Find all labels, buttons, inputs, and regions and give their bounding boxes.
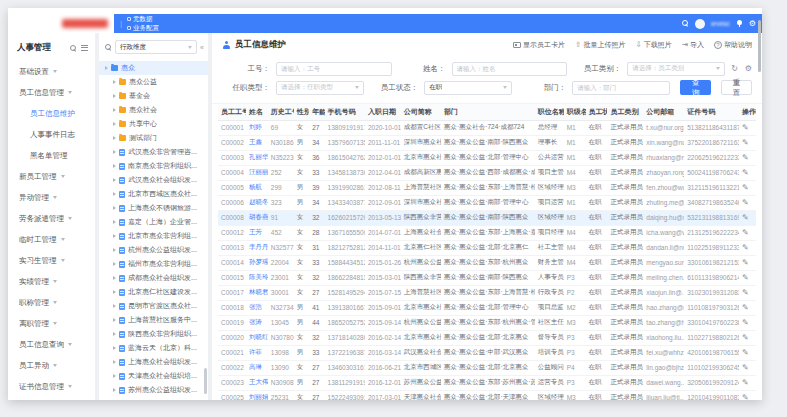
tree-expand-icon[interactable] xyxy=(113,318,116,322)
edit-icon[interactable]: ✎ xyxy=(742,303,749,312)
employee-name-link[interactable]: 王鑫 xyxy=(246,135,268,150)
edit-icon[interactable]: ✎ xyxy=(742,348,749,357)
employee-name-link[interactable]: 陈美玲 xyxy=(246,270,268,285)
table-row[interactable]: C00006 赵晓冬 323 男 34 13433403871 2012-09-… xyxy=(218,195,756,210)
tree-expand-icon[interactable] xyxy=(105,66,108,70)
tree-collapse-icon[interactable]: « xyxy=(200,44,204,51)
edit-icon[interactable]: ✎ xyxy=(742,288,749,297)
tree-expand-icon[interactable] xyxy=(113,178,116,182)
table-row[interactable]: C00025 刘丽娟 25231 女 27 15222493091 2017-0… xyxy=(218,390,756,400)
employee-name-link[interactable]: 赵晓冬 xyxy=(246,195,268,210)
tree-node[interactable]: 上海惠众社会组织发... xyxy=(99,355,208,369)
sidebar-search-icon[interactable] xyxy=(70,45,77,52)
edit-icon[interactable]: ✎ xyxy=(742,393,749,400)
tree-node[interactable]: 基金会 xyxy=(99,89,208,103)
edit-icon[interactable]: ✎ xyxy=(742,363,749,372)
tree-expand-icon[interactable] xyxy=(113,304,116,308)
sidebar-menu-item[interactable]: 新员工管理 xyxy=(8,166,95,187)
tree-node[interactable]: 嘉定（上海）企业管... xyxy=(99,215,208,229)
table-row[interactable]: C00008 胡春燕 91 女 32 16260215720 2013-05-1… xyxy=(218,210,756,225)
edit-icon[interactable]: ✎ xyxy=(742,243,749,252)
tree-expand-icon[interactable] xyxy=(113,150,116,154)
tree-expand-icon[interactable] xyxy=(113,248,116,252)
tree-node[interactable]: 上海惠众不锈钢旅游... xyxy=(99,201,208,215)
reset-button[interactable]: 重置 xyxy=(721,80,752,95)
employee-name-link[interactable]: 刘丽娟 xyxy=(246,390,268,400)
table-row[interactable]: C00020 刘晓红 N30780 女 32 13718140280 2016-… xyxy=(218,330,756,345)
tree-node[interactable]: 苏州惠众公益组织发... xyxy=(99,383,208,397)
table-row[interactable]: C00001 刘婷 69 女 27 13809191917 2020-10-01… xyxy=(218,120,756,135)
table-row[interactable]: C00004 汪丽丽 252 女 33 13458138730 2012-04-… xyxy=(218,165,756,180)
edit-icon[interactable]: ✎ xyxy=(742,318,749,327)
tree-expand-icon[interactable] xyxy=(113,360,116,364)
tree-dimension-select[interactable]: 行政维度 xyxy=(115,40,197,54)
edit-icon[interactable]: ✎ xyxy=(742,213,749,222)
name-input[interactable] xyxy=(452,62,568,76)
table-row[interactable]: C00003 孔丽华 N35223 女 36 18615042762 2012-… xyxy=(218,150,756,165)
edit-icon[interactable]: ✎ xyxy=(742,138,749,147)
employee-name-link[interactable]: 王芳 xyxy=(246,225,268,240)
table-row[interactable]: C00022 高琳 13090 女 27 13460303161 2016-06… xyxy=(218,360,756,375)
tree-scrollbar[interactable] xyxy=(204,368,207,394)
sidebar-menu-item[interactable]: 临时工管理 xyxy=(8,229,95,250)
tree-node[interactable]: 测试部门 xyxy=(99,131,208,145)
tree-expand-icon[interactable] xyxy=(113,122,116,126)
tree-expand-icon[interactable] xyxy=(113,388,116,392)
tree-node[interactable]: 共享中心 xyxy=(99,117,208,131)
sidebar-menu-item[interactable]: 实习生管理 xyxy=(8,250,95,271)
sidebar-menu-item[interactable]: 人事事件日志 xyxy=(8,124,95,145)
nav-item[interactable]: 元数据 xyxy=(127,15,159,24)
edit-icon[interactable]: ✎ xyxy=(742,168,749,177)
tree-node[interactable]: 武汉惠众非营管理咨... xyxy=(99,145,208,159)
status-select[interactable]: 在职 xyxy=(424,81,512,95)
sidebar-collapse-icon[interactable] xyxy=(81,45,88,51)
tree-node[interactable]: 北京市惠众非营利组... xyxy=(99,229,208,243)
batch-upload-photo-link[interactable]: ⇧批量上传照片 xyxy=(575,40,625,50)
table-row[interactable]: C00012 王芳 452 女 28 13671655500 2014-07-0… xyxy=(218,225,756,240)
bell-icon[interactable] xyxy=(736,20,743,27)
tree-expand-icon[interactable] xyxy=(113,94,116,98)
gear-icon[interactable]: ⚙ xyxy=(749,20,756,28)
tree-node[interactable]: 陕西惠众非营利组织... xyxy=(99,327,208,341)
tree-expand-icon[interactable] xyxy=(113,346,116,350)
sidebar-menu-item[interactable]: 基础设置 xyxy=(8,61,95,82)
tree-expand-icon[interactable] xyxy=(113,80,116,84)
employee-name-link[interactable]: 胡春燕 xyxy=(246,210,268,225)
tree-node[interactable]: 惠众 xyxy=(99,61,208,75)
table-row[interactable]: C00002 王鑫 N30186 男 34 13579607135 2011-1… xyxy=(218,135,756,150)
employee-name-link[interactable]: 高琳 xyxy=(246,360,268,375)
sidebar-menu-item[interactable]: 员工异动 xyxy=(8,355,95,376)
tree-node[interactable]: 武汉惠众社会组织发... xyxy=(99,173,208,187)
employee-name-link[interactable]: 许菲 xyxy=(246,345,268,360)
table-row[interactable]: C00017 林晓君 30001 女 27 15281495294 2015-0… xyxy=(218,285,756,300)
avatar[interactable] xyxy=(695,19,705,29)
work-id-input[interactable] xyxy=(276,62,392,76)
tree-expand-icon[interactable] xyxy=(113,192,116,196)
tree-expand-icon[interactable] xyxy=(113,262,116,266)
edit-icon[interactable]: ✎ xyxy=(742,273,749,282)
table-row[interactable]: C00005 杨航 299 男 39 13919902861 2012-08-1… xyxy=(218,180,756,195)
sidebar-menu-item[interactable]: 黑名单管理 xyxy=(8,145,95,166)
tree-expand-icon[interactable] xyxy=(113,206,116,210)
tree-node[interactable]: 上海普慧社区服务中... xyxy=(99,313,208,327)
sidebar-menu-item[interactable]: 员工信息管理 xyxy=(8,82,95,103)
tree-expand-icon[interactable] xyxy=(113,164,116,168)
tree-expand-icon[interactable] xyxy=(113,108,116,112)
nav-item[interactable]: 业务配置 xyxy=(127,24,159,33)
tree-search-icon[interactable] xyxy=(105,44,112,51)
employee-name-link[interactable]: 张涛 xyxy=(246,315,268,330)
tree-expand-icon[interactable] xyxy=(113,220,116,224)
tree-expand-icon[interactable] xyxy=(113,332,116,336)
edit-icon[interactable]: ✎ xyxy=(742,153,749,162)
table-row[interactable]: C00014 孙梦瑶 22004 女 33 15884434512 2015-0… xyxy=(218,255,756,270)
edit-icon[interactable]: ✎ xyxy=(742,198,749,207)
employee-name-link[interactable]: 王大伟 xyxy=(246,375,268,390)
employee-name-link[interactable]: 李丹丹 xyxy=(246,240,268,255)
sidebar-menu-item[interactable]: 劳务派遣管理 xyxy=(8,208,95,229)
tree-node[interactable]: 南京惠众非营利组织... xyxy=(99,159,208,173)
tree-expand-icon[interactable] xyxy=(113,290,116,294)
tree-node[interactable]: 惠众公益 xyxy=(99,75,208,89)
sidebar-menu-item[interactable]: 职称管理 xyxy=(8,292,95,313)
sidebar-menu-item[interactable]: 证书信息管理 xyxy=(8,376,95,397)
table-row[interactable]: C00019 张涛 13045 男 44 18652052752 2015-09… xyxy=(218,315,756,330)
